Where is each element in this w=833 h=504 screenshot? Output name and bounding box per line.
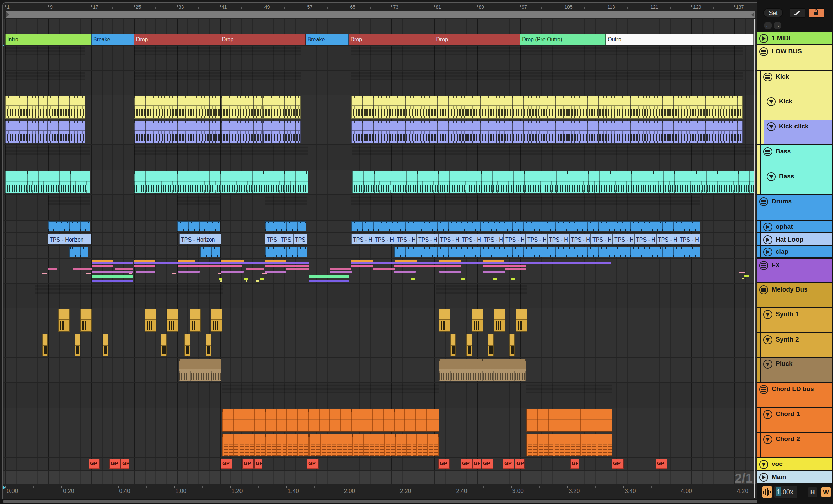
fold-icon[interactable] <box>763 435 772 444</box>
fx-note-clip[interactable] <box>505 268 526 270</box>
fx-note-clip[interactable] <box>178 270 200 272</box>
kick-clip[interactable] <box>263 96 301 119</box>
fx-note-clip[interactable] <box>135 265 155 267</box>
voc-gp-clip[interactable]: GP <box>254 459 262 469</box>
horizontal-scrollbar[interactable] <box>0 499 833 504</box>
back-button[interactable]: ← <box>764 22 772 29</box>
group-icon[interactable] <box>759 385 768 394</box>
voc-gp-clip[interactable]: GP <box>242 459 254 469</box>
synth1-clip[interactable] <box>439 309 450 332</box>
kick-clip[interactable] <box>221 96 263 119</box>
group-icon[interactable] <box>759 261 768 270</box>
fx-note-clip[interactable] <box>351 262 612 264</box>
playback-speed-field[interactable]: 1.00x <box>774 486 797 498</box>
synth2-clip[interactable] <box>42 334 48 356</box>
voc-gp-clip[interactable]: GP <box>612 459 624 469</box>
set-locator-button[interactable]: Set <box>763 8 783 17</box>
synth2-clip[interactable] <box>450 334 456 356</box>
section-marker-drop-pre-outro-[interactable]: Drop (Pre Outro) <box>520 34 606 45</box>
fx-note-clip[interactable] <box>265 270 286 272</box>
kick-click-clip[interactable] <box>5 121 47 143</box>
kick-click-clip[interactable] <box>351 121 743 143</box>
synth1-clip[interactable] <box>58 309 70 332</box>
fold-icon[interactable] <box>763 310 772 319</box>
kick-click-clip[interactable] <box>221 121 263 143</box>
group-icon[interactable] <box>759 47 768 56</box>
fx-note-clip[interactable] <box>493 278 497 280</box>
fx-note-clip[interactable] <box>221 270 243 272</box>
fx-note-clip[interactable] <box>744 275 749 277</box>
track-header-bass[interactable]: Bass <box>761 145 832 170</box>
clap-clip[interactable] <box>200 247 220 257</box>
fx-note-clip[interactable] <box>286 268 309 270</box>
hat-loop-clip[interactable]: TPS - Horizon <box>265 234 279 244</box>
pluck-clip[interactable] <box>439 359 526 381</box>
track-header-kick-click[interactable]: Kick click <box>764 120 832 144</box>
ophat-clip[interactable] <box>265 221 306 232</box>
track-header-voc[interactable]: voc <box>757 458 832 470</box>
chord-clip[interactable] <box>526 434 613 456</box>
play-icon[interactable] <box>759 473 768 482</box>
kick-click-clip[interactable] <box>263 121 301 143</box>
voc-gp-clip[interactable]: GP <box>570 459 579 469</box>
forward-button[interactable]: → <box>774 22 781 29</box>
section-marker-drop[interactable]: Drop <box>349 34 434 45</box>
fx-note-clip[interactable] <box>394 265 461 267</box>
track-header-ophat[interactable]: ophat <box>761 221 832 233</box>
voc-gp-clip[interactable]: GP <box>503 459 515 469</box>
hat-loop-clip[interactable]: TPS - Horizon <box>438 234 460 244</box>
hat-loop-clip[interactable]: TPS - Horizon <box>569 234 591 244</box>
synth1-clip[interactable] <box>494 309 505 332</box>
playhead[interactable] <box>754 19 755 498</box>
fx-note-clip[interactable] <box>260 278 264 280</box>
fx-note-clip[interactable] <box>483 265 526 267</box>
voc-gp-clip[interactable]: GP <box>110 459 121 469</box>
fx-note-clip[interactable] <box>309 280 349 282</box>
hat-loop-clip[interactable]: TPS - Horizon <box>547 234 569 244</box>
bass-clip[interactable] <box>352 171 754 193</box>
track-header-hat-loop[interactable]: Hat Loop <box>761 234 832 245</box>
play-icon[interactable] <box>763 223 772 232</box>
fx-note-clip[interactable] <box>351 265 373 267</box>
fx-note-clip[interactable] <box>220 280 222 282</box>
fx-note-clip[interactable] <box>246 268 264 270</box>
track-header-synth-2[interactable]: Synth 2 <box>761 333 832 357</box>
section-marker-breake[interactable]: Breake <box>306 34 349 45</box>
hat-loop-clip[interactable]: TPS - Horizon <box>482 234 504 244</box>
hat-loop-clip[interactable]: TPS - Horizon <box>293 234 307 244</box>
synth2-clip[interactable] <box>161 334 167 356</box>
hat-loop-clip[interactable]: TPS - Horizon <box>351 234 373 244</box>
fx-note-clip[interactable] <box>92 265 113 267</box>
fold-icon[interactable] <box>767 97 776 106</box>
fx-note-clip[interactable] <box>330 270 352 272</box>
fold-icon[interactable] <box>763 335 772 344</box>
fx-note-clip[interactable] <box>86 273 91 274</box>
play-icon[interactable] <box>759 34 768 43</box>
synth1-clip[interactable] <box>167 309 178 332</box>
group-icon[interactable] <box>759 285 768 294</box>
fx-note-clip[interactable] <box>739 272 745 273</box>
synth2-clip[interactable] <box>467 334 472 356</box>
hat-loop-clip[interactable]: TPS - Horizon <box>613 234 634 244</box>
fx-note-clip[interactable] <box>265 260 286 262</box>
track-header-fx[interactable]: FX <box>757 259 832 282</box>
track-header-melody-bus[interactable]: Melody Bus <box>757 283 832 307</box>
hat-loop-clip[interactable]: TPS - Horizon <box>180 234 221 244</box>
track-header-drums[interactable]: Drums <box>757 195 832 220</box>
ophat-clip[interactable] <box>48 221 90 232</box>
fx-note-clip[interactable] <box>351 260 373 262</box>
fold-icon[interactable] <box>763 360 772 368</box>
synth2-clip[interactable] <box>488 334 494 356</box>
voc-gp-clip[interactable]: GP <box>89 459 100 469</box>
hat-loop-clip[interactable]: TPS - Horizon <box>678 234 700 244</box>
play-icon[interactable] <box>763 236 772 244</box>
voc-gp-clip[interactable]: GP <box>121 459 129 469</box>
section-marker-outro[interactable]: Outro <box>606 34 754 45</box>
hat-loop-clip[interactable]: TPS - Horizon <box>416 234 438 244</box>
voc-gp-clip[interactable]: GP <box>221 459 232 469</box>
clap-clip[interactable] <box>69 247 88 257</box>
synth2-clip[interactable] <box>206 334 211 356</box>
fx-note-clip[interactable] <box>256 280 259 282</box>
fx-note-clip[interactable] <box>483 270 505 272</box>
chord-clip[interactable] <box>526 409 613 432</box>
